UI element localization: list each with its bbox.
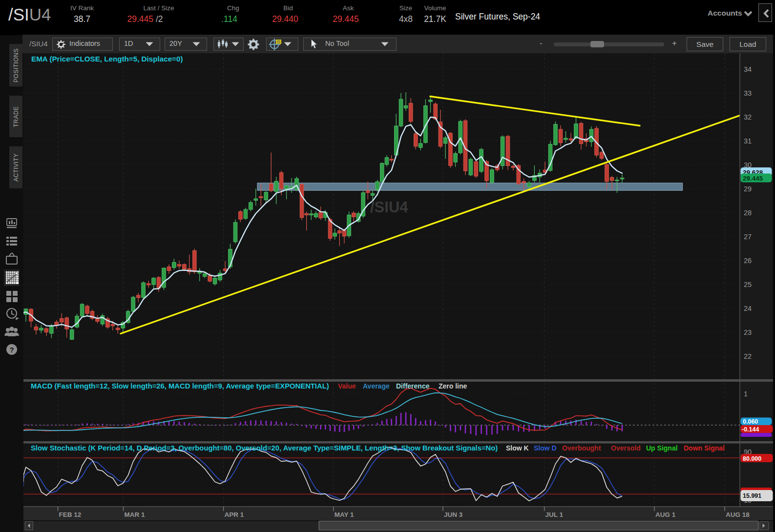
svg-text:EMA (Price=CLOSE, Length=5, Di: EMA (Price=CLOSE, Length=5, Displace=0)	[31, 55, 183, 63]
svg-text:23: 23	[744, 328, 752, 336]
svg-text:27: 27	[744, 233, 752, 241]
svg-text:26: 26	[744, 257, 752, 265]
svg-text:Slow D: Slow D	[534, 444, 557, 452]
svg-text:32: 32	[744, 113, 752, 121]
svg-text:MACD (Fast length=12, Slow len: MACD (Fast length=12, Slow length=26, MA…	[31, 382, 329, 390]
svg-text:JUL 1: JUL 1	[545, 511, 564, 518]
svg-text:Overbought: Overbought	[562, 444, 601, 452]
svg-text:15.991: 15.991	[743, 492, 761, 499]
svg-text:33: 33	[744, 89, 752, 97]
svg-text:29: 29	[744, 185, 752, 193]
svg-text:34: 34	[744, 65, 752, 73]
svg-text:24: 24	[744, 305, 752, 312]
svg-text:Oversold: Oversold	[611, 444, 641, 452]
svg-text:1: 1	[744, 390, 748, 398]
svg-text:APR 1: APR 1	[225, 511, 244, 518]
svg-text:Value: Value	[338, 382, 356, 390]
svg-text:-0.144: -0.144	[742, 426, 759, 433]
svg-text:FEB 12: FEB 12	[59, 511, 82, 518]
svg-text:MAY 1: MAY 1	[335, 511, 354, 518]
svg-text:80.000: 80.000	[743, 455, 761, 462]
svg-text:28: 28	[744, 209, 752, 217]
svg-text:JUN 3: JUN 3	[444, 511, 463, 518]
svg-text:Slow Stochastic (K Period=14,: Slow Stochastic (K Period=14, D Period=3…	[31, 444, 498, 452]
svg-text:Difference: Difference	[396, 382, 430, 390]
svg-text:31: 31	[744, 137, 752, 145]
svg-text:Average: Average	[363, 382, 390, 390]
svg-text:AUG 1: AUG 1	[655, 511, 676, 518]
svg-text:Zero line: Zero line	[439, 382, 467, 390]
svg-text:25: 25	[744, 281, 752, 288]
svg-text:Down Signal: Down Signal	[684, 444, 725, 452]
svg-text:AUG 18: AUG 18	[726, 511, 750, 518]
svg-text:/SIU4: /SIU4	[370, 199, 408, 216]
svg-text:?: ?	[9, 346, 14, 354]
svg-text:29.445: 29.445	[743, 175, 763, 182]
svg-text:0.060: 0.060	[743, 418, 758, 425]
svg-text:Up Signal: Up Signal	[646, 444, 678, 452]
svg-text:Slow K: Slow K	[506, 444, 529, 452]
svg-text:22: 22	[744, 352, 752, 360]
svg-text:MAR 1: MAR 1	[125, 511, 145, 518]
